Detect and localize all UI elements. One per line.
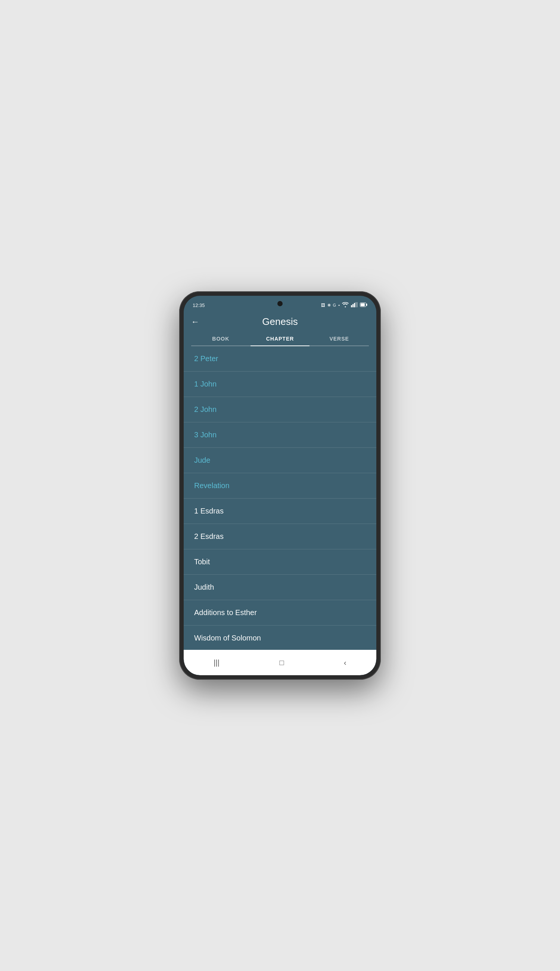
list-item-judith[interactable]: Judith [184, 575, 376, 600]
book-list: 2 Peter1 John2 John3 JohnJudeRevelation1… [184, 346, 376, 650]
tab-chapter[interactable]: CHAPTER [250, 332, 310, 345]
signal-icon [351, 302, 358, 309]
list-item-jude[interactable]: Jude [184, 448, 376, 473]
list-item-revelation[interactable]: Revelation [184, 473, 376, 499]
phone-device: 12:35 🖼 ❋ G • [179, 291, 381, 680]
svg-rect-1 [352, 304, 353, 307]
list-item-2-john[interactable]: 2 John [184, 397, 376, 422]
battery-icon [360, 302, 367, 308]
back-nav-button[interactable]: ‹ [337, 655, 354, 671]
svg-rect-4 [357, 302, 358, 307]
nav-row: ← Genesis [191, 316, 369, 327]
wifi-icon [342, 302, 349, 309]
photo-icon: 🖼 [321, 303, 325, 307]
dropbox-icon: ❋ [327, 303, 331, 308]
menu-button[interactable]: ||| [206, 655, 227, 671]
page-title: Genesis [205, 316, 355, 327]
list-item-2-peter[interactable]: 2 Peter [184, 346, 376, 372]
list-item-tobit[interactable]: Tobit [184, 549, 376, 575]
tab-verse[interactable]: VERSE [310, 332, 369, 345]
status-time: 12:35 [193, 300, 205, 308]
svg-rect-2 [354, 303, 355, 307]
list-item-2-esdras[interactable]: 2 Esdras [184, 524, 376, 549]
top-bar: ← Genesis BOOK CHAPTER VERSE [184, 312, 376, 346]
list-item-wisdom-solomon[interactable]: Wisdom of Solomon [184, 626, 376, 650]
list-item-1-esdras[interactable]: 1 Esdras [184, 499, 376, 524]
list-item-3-john[interactable]: 3 John [184, 422, 376, 448]
svg-rect-0 [351, 305, 352, 307]
svg-rect-3 [355, 302, 357, 307]
dot-icon: • [338, 303, 340, 307]
bottom-navigation: ||| □ ‹ [184, 650, 376, 675]
home-button[interactable]: □ [272, 655, 291, 671]
phone-screen: 12:35 🖼 ❋ G • [184, 296, 376, 675]
status-icons: 🖼 ❋ G • [321, 300, 367, 309]
back-button[interactable]: ← [191, 317, 199, 327]
svg-rect-7 [361, 303, 365, 306]
tab-book[interactable]: BOOK [191, 332, 250, 345]
g-icon: G [333, 303, 337, 307]
list-item-1-john[interactable]: 1 John [184, 372, 376, 397]
list-item-additions-esther[interactable]: Additions to Esther [184, 600, 376, 626]
camera-notch [277, 301, 283, 306]
svg-rect-6 [366, 304, 367, 306]
tabs-row: BOOK CHAPTER VERSE [191, 332, 369, 346]
